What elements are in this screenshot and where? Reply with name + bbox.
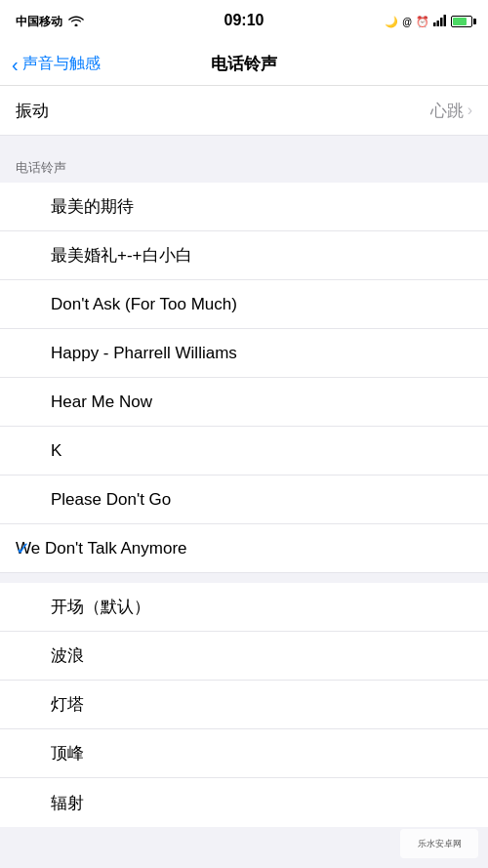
list-item[interactable]: Don't Ask (For Too Much) (0, 280, 488, 329)
list-item[interactable]: K (0, 427, 488, 475)
svg-rect-1 (433, 22, 436, 26)
list-item[interactable]: 波浪 (0, 632, 488, 681)
moon-icon: 🌙 (385, 16, 398, 28)
vibration-value-container: 心跳 › (430, 100, 472, 122)
list-item[interactable]: 辐射 (0, 778, 488, 827)
ringtone-label: 辐射 (51, 792, 84, 814)
ringtone-label: Hear Me Now (51, 393, 152, 412)
ringtone-label: 灯塔 (51, 693, 84, 716)
ringtone-label: We Don't Talk Anymore (16, 539, 187, 558)
default-ringtone-list: 开场（默认） 波浪 灯塔 顶峰 辐射 (0, 583, 488, 827)
ringtone-section-header: 电话铃声 (0, 145, 488, 183)
status-left: 中国移动 (16, 14, 84, 30)
ringtone-label: 最美的期待 (51, 195, 134, 218)
ringtone-label: Please Don't Go (51, 490, 171, 510)
back-button[interactable]: ‹ 声音与触感 (12, 54, 101, 74)
list-item[interactable]: Happy - Pharrell Williams (0, 329, 488, 378)
watermark: 乐水安卓网 (400, 829, 478, 858)
ringtone-label: K (51, 441, 61, 461)
svg-rect-2 (437, 21, 440, 26)
vibration-section: 振动 心跳 › (0, 86, 488, 136)
status-time: 09:10 (224, 12, 264, 29)
watermark-text: 乐水安卓网 (418, 838, 462, 850)
list-item[interactable]: Please Don't Go (0, 475, 488, 524)
carrier-label: 中国移动 (16, 14, 62, 30)
status-right: 🌙 @ ⏰ (385, 15, 472, 28)
list-item-selected[interactable]: ✓ We Don't Talk Anymore (0, 524, 488, 573)
list-item[interactable]: 最美婚礼+-+白小白 (0, 231, 488, 280)
ringtone-label: 波浪 (51, 644, 84, 667)
ringtone-label: 最美婚礼+-+白小白 (51, 244, 192, 267)
ringtone-label: 开场（默认） (51, 596, 150, 618)
ringtone-label: Happy - Pharrell Williams (51, 344, 237, 363)
checkmark-icon: ✓ (16, 538, 30, 559)
list-item[interactable]: Hear Me Now (0, 378, 488, 427)
back-label: 声音与触感 (22, 54, 101, 74)
page-title: 电话铃声 (211, 53, 277, 75)
list-item[interactable]: 顶峰 (0, 729, 488, 778)
svg-rect-3 (440, 18, 443, 26)
wifi-icon (68, 15, 84, 29)
location-icon: @ (402, 17, 412, 27)
svg-point-0 (75, 23, 78, 26)
signal-icon (433, 15, 447, 28)
svg-rect-4 (444, 15, 447, 26)
list-item[interactable]: 灯塔 (0, 681, 488, 729)
vibration-row[interactable]: 振动 心跳 › (0, 86, 488, 135)
ringtone-list: 最美的期待 最美婚礼+-+白小白 Don't Ask (For Too Much… (0, 183, 488, 573)
list-item[interactable]: 最美的期待 (0, 183, 488, 231)
vibration-chevron-icon: › (468, 102, 472, 119)
vibration-label: 振动 (16, 100, 49, 122)
list-item[interactable]: 开场（默认） (0, 583, 488, 632)
nav-bar: ‹ 声音与触感 电话铃声 (0, 43, 488, 86)
battery-icon (451, 16, 472, 27)
status-bar: 中国移动 09:10 🌙 @ ⏰ (0, 0, 488, 43)
ringtone-label: 顶峰 (51, 742, 84, 765)
section-divider-2 (0, 573, 488, 583)
alarm-icon: ⏰ (416, 16, 429, 28)
back-chevron-icon: ‹ (12, 55, 19, 74)
section-divider-1 (0, 136, 488, 145)
vibration-value-text: 心跳 (430, 100, 464, 122)
ringtone-label: Don't Ask (For Too Much) (51, 295, 237, 314)
